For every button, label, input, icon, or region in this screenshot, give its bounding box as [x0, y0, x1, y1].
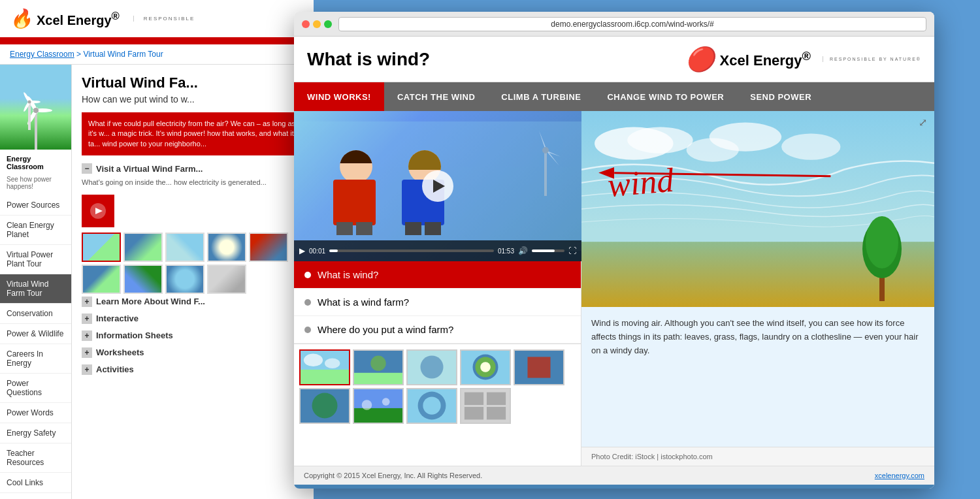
- bg-section-activities: + Activities: [82, 364, 304, 375]
- xcel-footer-link[interactable]: xcelenergy.com: [875, 472, 924, 479]
- thumb-item-3[interactable]: [406, 349, 457, 385]
- bg-section-header-wind: − Visit a Virtual Wind Farm...: [82, 163, 304, 174]
- windmill-video-svg: [529, 118, 562, 196]
- responsible-text: RESPONSIBLE BY NATURE®: [823, 56, 921, 63]
- bg-thumb-3[interactable]: [165, 233, 204, 262]
- bg-thumb-9[interactable]: [207, 265, 246, 294]
- bg-nav-cool-links[interactable]: Cool Links: [0, 473, 71, 493]
- nav-change-wind[interactable]: CHANGE WIND TO POWER: [594, 82, 737, 111]
- svg-point-9: [28, 101, 31, 104]
- video-player[interactable]: ▶ 00:01 01:53 🔊 ⛶: [294, 111, 581, 261]
- bg-thumb-1[interactable]: [82, 233, 121, 262]
- nav-climb-turbine[interactable]: CLIMB A TURBINE: [488, 82, 594, 111]
- bg-breadcrumb-link[interactable]: Energy Classroom: [10, 50, 74, 59]
- bg-sidebar-sublabel: See how power happens!: [0, 176, 71, 195]
- bg-nav-words[interactable]: Power Words: [0, 403, 71, 423]
- svg-rect-43: [465, 393, 483, 405]
- bg-red-button[interactable]: [82, 195, 114, 227]
- svg-point-38: [382, 398, 390, 406]
- bg-main-content: Virtual Wind Fa... How can we put wind t…: [72, 65, 314, 499]
- expand-learn-icon[interactable]: +: [82, 297, 92, 307]
- bg-brand-text: Xcel Energy®: [37, 10, 120, 28]
- bg-thumb-2[interactable]: [123, 233, 163, 262]
- bg-header: 🔥 Xcel Energy® RESPONSIBLE: [0, 0, 314, 39]
- thumb-svg-8: [408, 389, 456, 423]
- bg-section-learn-header: + Learn More About Wind F...: [82, 297, 304, 307]
- browser-window: demo.energyclassroom.i6cp.com/wind-works…: [294, 12, 934, 489]
- tree-svg: [856, 203, 908, 301]
- footer-blue-bar: [294, 485, 934, 489]
- bg-thumb-6[interactable]: [82, 265, 121, 294]
- content-item-label-1: What is wind?: [318, 269, 378, 280]
- expand-activities-icon[interactable]: +: [82, 364, 92, 375]
- thumb-item-4[interactable]: [460, 349, 511, 385]
- bullet-inactive-icon-2: [304, 327, 311, 333]
- progress-filled: [329, 250, 338, 252]
- bullet-active-icon: [304, 272, 311, 278]
- bg-thumb-8[interactable]: [165, 265, 204, 294]
- bg-nav-questions[interactable]: Power Questions: [0, 374, 71, 403]
- expand-info-icon[interactable]: +: [82, 330, 92, 341]
- browser-footer: Copyright © 2015 Xcel Energy, Inc. All R…: [294, 466, 934, 485]
- svg-point-17: [542, 147, 549, 153]
- bg-nav-teacher[interactable]: Teacher Resources: [0, 443, 71, 473]
- kid2-legs-r: [425, 222, 441, 235]
- content-item-wind-farm-location[interactable]: Where do you put a wind farm?: [294, 316, 581, 344]
- collapse-icon[interactable]: −: [82, 163, 92, 174]
- progress-bar[interactable]: [329, 250, 494, 252]
- content-item-wind-farm[interactable]: What is a wind farm?: [294, 289, 581, 316]
- volume-icon[interactable]: 🔊: [518, 246, 528, 255]
- bg-thumb-5[interactable]: [249, 233, 288, 262]
- expand-image-icon[interactable]: ⤢: [919, 116, 929, 127]
- thumb-item-1[interactable]: [299, 349, 350, 385]
- thumb-svg-7: [354, 389, 402, 423]
- windmill-svg: [10, 84, 62, 150]
- bg-nav-careers[interactable]: Careers In Energy: [0, 344, 71, 374]
- fullscreen-button[interactable]: ⛶: [568, 246, 576, 255]
- content-items: What is wind? What is a wind farm? Where…: [294, 261, 581, 466]
- bg-section-learn-more: + Learn More About Wind F...: [82, 297, 304, 307]
- volume-bar[interactable]: [532, 250, 564, 252]
- nav-wind-works[interactable]: WIND WORKS!: [294, 82, 384, 111]
- nav-send-power[interactable]: SEND POWER: [737, 82, 825, 111]
- content-item-wind[interactable]: What is wind?: [294, 261, 581, 289]
- bg-nav-conservation[interactable]: Conservation: [0, 304, 71, 324]
- expand-interactive-icon[interactable]: +: [82, 314, 92, 324]
- svg-rect-19: [301, 370, 349, 384]
- svg-point-20: [304, 354, 323, 366]
- bg-nav-safety[interactable]: Energy Safety: [0, 423, 71, 443]
- thumb-item-5[interactable]: [514, 349, 564, 385]
- bg-thumb-7[interactable]: [123, 265, 163, 294]
- thumb-svg-6: [301, 389, 349, 423]
- bg-nav-power-plant[interactable]: Virtual Power Plant Tour: [0, 245, 71, 274]
- video-background: [294, 111, 581, 261]
- bg-nav-power-sources[interactable]: Power Sources: [0, 195, 71, 216]
- thumb-item-9[interactable]: [460, 388, 511, 424]
- site-header-left: What is wind?: [307, 49, 430, 70]
- video-windmill: [529, 118, 562, 199]
- thumb-item-6[interactable]: [299, 388, 350, 424]
- bg-nav-clean-energy[interactable]: Clean Energy Planet: [0, 216, 71, 245]
- thumb-item-2[interactable]: [353, 349, 404, 385]
- bg-main-subtitle: How can we put wind to w...: [82, 94, 304, 105]
- bg-sidebar-bg: [0, 65, 72, 150]
- minimize-button[interactable]: [313, 20, 321, 28]
- nav-catch-wind[interactable]: CATCH THE WIND: [384, 82, 488, 111]
- maximize-button[interactable]: [324, 20, 332, 28]
- expand-worksheets-icon[interactable]: +: [82, 347, 92, 358]
- close-button[interactable]: [302, 20, 310, 28]
- bg-thumb-4[interactable]: [207, 233, 246, 262]
- svg-rect-0: [35, 110, 37, 150]
- thumb-svg-9: [461, 389, 510, 423]
- play-pause-button[interactable]: ▶: [299, 246, 305, 255]
- thumb-item-8[interactable]: [406, 388, 457, 424]
- bg-sidebar-image: [0, 65, 72, 150]
- bg-nav-wind-farm[interactable]: Virtual Wind Farm Tour: [0, 274, 71, 304]
- page-title: What is wind?: [307, 49, 430, 70]
- thumb-item-7[interactable]: [353, 388, 404, 424]
- bg-sidebar-label: Energy Classroom: [0, 150, 71, 176]
- bg-nav-wildlife[interactable]: Power & Wildlife: [0, 324, 71, 344]
- url-bar[interactable]: demo.energyclassroom.i6cp.com/wind-works…: [338, 17, 926, 31]
- play-button[interactable]: [422, 170, 453, 202]
- bg-breadcrumb-separator: >: [76, 50, 83, 59]
